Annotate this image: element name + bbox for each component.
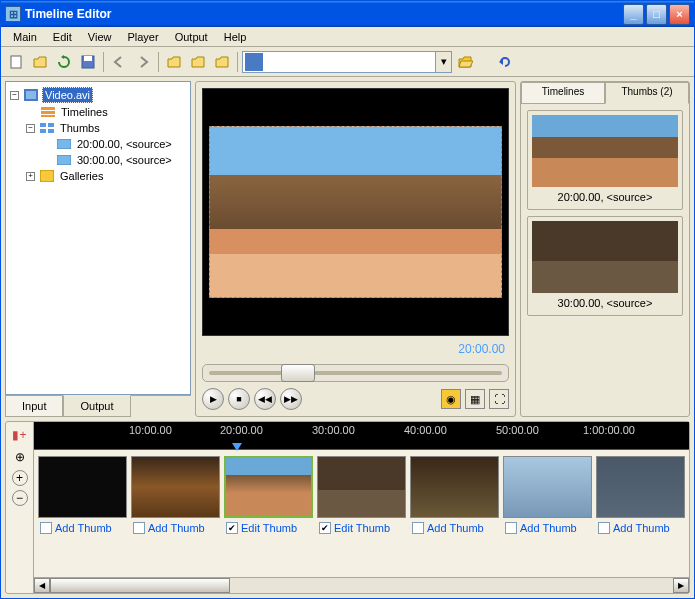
titlebar[interactable]: ⊞ Timeline Editor _ □ × (1, 1, 694, 27)
scroll-right-button[interactable]: ▶ (673, 578, 689, 593)
clip-action[interactable]: ✔Edit Thumb (317, 518, 406, 538)
horizontal-scrollbar[interactable]: ◀ ▶ (34, 577, 689, 593)
clip-action-label[interactable]: Edit Thumb (241, 522, 297, 534)
clip-item[interactable]: ✔Edit Thumb (317, 456, 406, 571)
menu-main[interactable]: Main (5, 29, 45, 45)
tree-label-thumb2[interactable]: 30:00.00, <source> (75, 153, 174, 167)
tree-node-root[interactable]: − Video.avi (10, 86, 186, 104)
tab-input[interactable]: Input (5, 395, 63, 417)
expander-minus-icon[interactable]: − (26, 124, 35, 133)
clip-item[interactable]: ✔Edit Thumb (224, 456, 313, 571)
open-folder-button[interactable] (454, 51, 476, 73)
clip-thumb (503, 456, 592, 518)
clip-action[interactable]: Add Thumb (503, 518, 592, 538)
clip-action-label[interactable]: Add Thumb (427, 522, 484, 534)
folder3-button[interactable] (211, 51, 233, 73)
tab-timelines[interactable]: Timelines (521, 82, 605, 104)
layout-button[interactable]: ▦ (465, 389, 485, 409)
undo-button[interactable] (494, 51, 516, 73)
playhead-marker[interactable] (232, 443, 242, 451)
clip-action-label[interactable]: Add Thumb (520, 522, 577, 534)
add-marker-button[interactable]: ▮+ (11, 426, 29, 444)
forward-button[interactable]: ▶▶ (280, 388, 302, 410)
thumbs-tabs: Timelines Thumbs (2) (521, 82, 689, 104)
scroll-left-button[interactable]: ◀ (34, 578, 50, 593)
thumb-card[interactable]: 30:00.00, <source> (527, 216, 683, 316)
clip-item[interactable]: Add Thumb (38, 456, 127, 571)
scroll-track[interactable] (50, 578, 673, 593)
checkbox[interactable] (412, 522, 424, 534)
menu-edit[interactable]: Edit (45, 29, 80, 45)
tab-thumbs[interactable]: Thumbs (2) (605, 82, 689, 104)
tree-view[interactable]: − Video.avi Timelines − Thumbs (5, 81, 191, 395)
rewind-button[interactable]: ◀◀ (254, 388, 276, 410)
ruler-tick: 10:00.00 (129, 424, 172, 436)
expander-minus-icon[interactable]: − (10, 91, 19, 100)
menu-view[interactable]: View (80, 29, 120, 45)
expander-plus-icon[interactable]: + (26, 172, 35, 181)
tree-label-galleries[interactable]: Galleries (58, 169, 105, 183)
capture-button[interactable]: ◉ (441, 389, 461, 409)
stop-button[interactable]: ■ (228, 388, 250, 410)
thumbs-list[interactable]: 20:00.00, <source> 30:00.00, <source> (521, 104, 689, 416)
maximize-button[interactable]: □ (646, 4, 667, 25)
clip-action-label[interactable]: Add Thumb (613, 522, 670, 534)
source-combo[interactable]: ▾ (242, 51, 452, 73)
clip-action[interactable]: Add Thumb (596, 518, 685, 538)
clip-action[interactable]: Add Thumb (38, 518, 127, 538)
scroll-thumb[interactable] (50, 578, 230, 593)
clips-row[interactable]: Add Thumb Add Thumb ✔Edit Thumb ✔Edit Th… (34, 450, 689, 577)
tree-node-thumb2[interactable]: 30:00.00, <source> (10, 152, 186, 168)
menu-help[interactable]: Help (216, 29, 255, 45)
fullscreen-button[interactable]: ⛶ (489, 389, 509, 409)
clip-item[interactable]: Add Thumb (596, 456, 685, 571)
checkbox-checked[interactable]: ✔ (319, 522, 331, 534)
video-viewport[interactable] (202, 88, 509, 336)
tree-node-thumb1[interactable]: 20:00.00, <source> (10, 136, 186, 152)
checkbox[interactable] (40, 522, 52, 534)
clip-action[interactable]: ✔Edit Thumb (224, 518, 313, 538)
forward-button[interactable] (132, 51, 154, 73)
zoom-in-button[interactable]: + (12, 470, 28, 486)
tab-output[interactable]: Output (63, 395, 130, 417)
tree-node-galleries[interactable]: + Galleries (10, 168, 186, 184)
clip-item[interactable]: Add Thumb (410, 456, 499, 571)
clip-action-label[interactable]: Add Thumb (55, 522, 112, 534)
new-button[interactable] (5, 51, 27, 73)
clip-item[interactable]: Add Thumb (131, 456, 220, 571)
open-button[interactable] (29, 51, 51, 73)
checkbox-checked[interactable]: ✔ (226, 522, 238, 534)
thumbs-icon (39, 121, 55, 135)
zoom-fit-button[interactable]: ⊕ (11, 448, 29, 466)
folder1-button[interactable] (163, 51, 185, 73)
tree-node-thumbs[interactable]: − Thumbs (10, 120, 186, 136)
refresh-button[interactable] (53, 51, 75, 73)
tree-label-thumb1[interactable]: 20:00.00, <source> (75, 137, 174, 151)
checkbox[interactable] (505, 522, 517, 534)
folder2-button[interactable] (187, 51, 209, 73)
close-button[interactable]: × (669, 4, 690, 25)
clip-item[interactable]: Add Thumb (503, 456, 592, 571)
clip-action-label[interactable]: Edit Thumb (334, 522, 390, 534)
checkbox[interactable] (133, 522, 145, 534)
clip-action[interactable]: Add Thumb (410, 518, 499, 538)
zoom-out-button[interactable]: − (12, 490, 28, 506)
time-ruler[interactable]: 10:00.00 20:00.00 30:00.00 40:00.00 50:0… (34, 422, 689, 450)
menu-player[interactable]: Player (119, 29, 166, 45)
menu-output[interactable]: Output (167, 29, 216, 45)
scrub-thumb[interactable] (281, 364, 315, 382)
tree-label-timelines[interactable]: Timelines (59, 105, 110, 119)
thumb-card[interactable]: 20:00.00, <source> (527, 110, 683, 210)
save-button[interactable] (77, 51, 99, 73)
back-button[interactable] (108, 51, 130, 73)
play-button[interactable]: ▶ (202, 388, 224, 410)
chevron-down-icon[interactable]: ▾ (435, 52, 451, 72)
tree-node-timelines[interactable]: Timelines (10, 104, 186, 120)
clip-action[interactable]: Add Thumb (131, 518, 220, 538)
clip-action-label[interactable]: Add Thumb (148, 522, 205, 534)
tree-label-root[interactable]: Video.avi (42, 87, 93, 103)
checkbox[interactable] (598, 522, 610, 534)
scrubber[interactable] (202, 364, 509, 382)
tree-label-thumbs[interactable]: Thumbs (58, 121, 102, 135)
minimize-button[interactable]: _ (623, 4, 644, 25)
